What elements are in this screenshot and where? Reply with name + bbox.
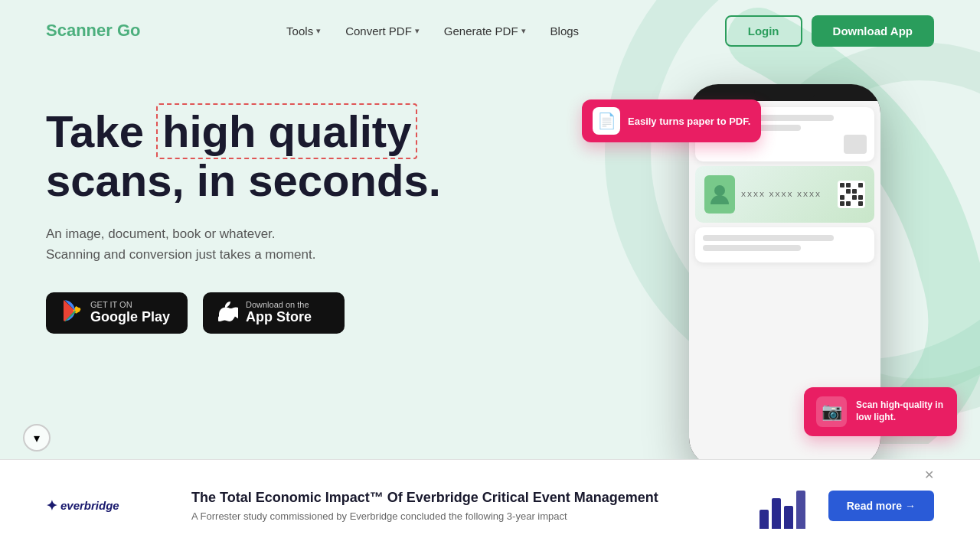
ad-logo: ✦ everbridge [46,497,168,514]
store-buttons: GET IT ON Google Play Download on the Ap… [46,292,612,334]
logo[interactable]: Scanner Go [46,21,140,41]
chevron-down-icon: ▾ [521,26,526,36]
ad-banner: ✕ ✦ everbridge The Total Economic Impact… [0,459,980,551]
google-play-button[interactable]: GET IT ON Google Play [46,292,188,334]
ad-text: The Total Economic Impact™ Of Everbridge… [191,490,737,522]
scroll-down-button[interactable]: ▾ [23,424,51,452]
download-app-button[interactable]: Download App [812,15,934,47]
nav-blogs[interactable]: Blogs [541,18,589,44]
ad-chart [760,483,805,529]
float-card-bottom: 📷 Scan high-quality in low light. [804,387,957,436]
nav-tools[interactable]: Tools ▾ [277,18,330,44]
app-store-button[interactable]: Download on the App Store [203,292,345,334]
google-play-text: GET IT ON Google Play [90,300,170,326]
id-info: XXXX XXXX XXXX [741,191,831,198]
phone-mockup-area: 📄 Easily turns paper to PDF. [612,77,934,459]
hero-title: Take high quality scans, in seconds. [46,107,612,205]
ad-close-button[interactable]: ✕ [924,468,934,482]
id-card: XXXX XXXX XXXX [695,166,874,223]
app-icon: 📄 [593,107,620,135]
phone-card-2 [695,227,874,262]
hero-subtitle: An image, document, book or whatever. Sc… [46,223,444,265]
qr-code [838,181,865,208]
nav: Tools ▾ Convert PDF ▾ Generate PDF ▾ Blo… [277,18,588,44]
nav-generate-pdf[interactable]: Generate PDF ▾ [435,18,535,44]
main-content: Take high quality scans, in seconds. An … [0,61,980,459]
apple-icon [218,300,238,325]
chevron-down-icon: ▾ [316,26,321,36]
ad-read-more-button[interactable]: Read more → [828,491,934,521]
nav-convert-pdf[interactable]: Convert PDF ▾ [336,18,429,44]
float-card-top: 📄 Easily turns paper to PDF. [582,99,761,142]
app-store-text: Download on the App Store [246,300,312,326]
phone-notch [754,84,815,101]
hero-section: Take high quality scans, in seconds. An … [46,84,612,334]
header: Scanner Go Tools ▾ Convert PDF ▾ Generat… [0,0,980,61]
login-button[interactable]: Login [725,15,802,47]
svg-point-2 [714,185,725,196]
scan-icon: 📷 [816,396,847,427]
google-play-icon [61,300,83,325]
chevron-down-icon: ▾ [415,26,420,36]
id-avatar [704,175,735,214]
